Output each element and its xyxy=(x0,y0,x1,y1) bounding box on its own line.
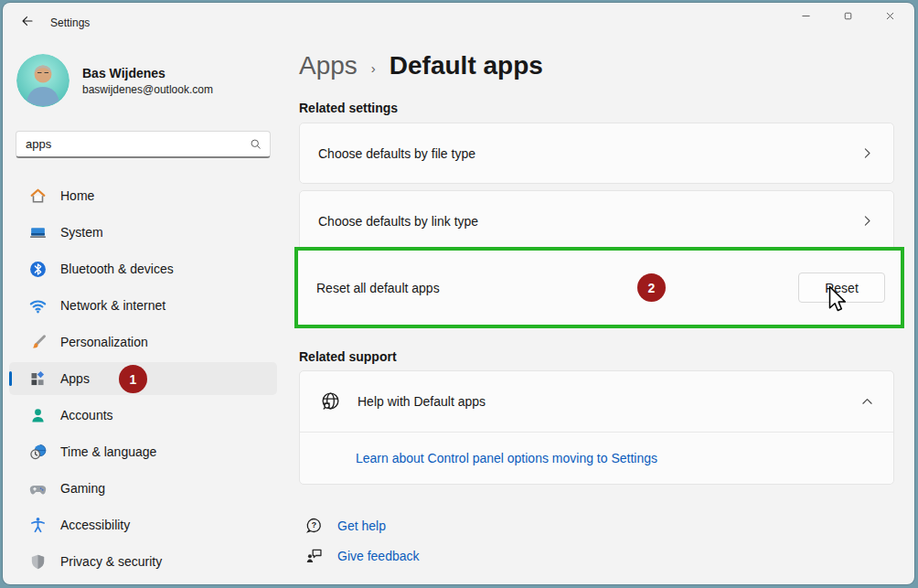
settings-window: Settings xyxy=(3,3,914,584)
help-card: Help with Default apps Learn about Contr… xyxy=(299,370,894,485)
search-input[interactable] xyxy=(26,137,249,151)
sidebar-item-label: Gaming xyxy=(60,481,105,496)
mouse-cursor xyxy=(826,285,849,315)
feedback-icon xyxy=(304,546,324,565)
related-support-heading: Related support xyxy=(299,349,397,364)
settings-card-label: Choose defaults by link type xyxy=(318,214,859,229)
back-arrow-icon xyxy=(20,14,35,32)
accounts-icon xyxy=(28,406,48,425)
sidebar-item-home[interactable]: Home xyxy=(9,179,277,212)
minimize-icon xyxy=(799,9,813,27)
breadcrumb-separator-icon: › xyxy=(371,60,376,76)
chevron-right-icon xyxy=(859,145,875,161)
window-title: Settings xyxy=(50,16,90,29)
callout-badge-2: 2 xyxy=(637,273,666,302)
sidebar-item-personalization[interactable]: Personalization xyxy=(9,326,277,358)
annotation-highlight-box: Reset all default apps Reset xyxy=(294,247,904,328)
sidebar-item-label: Apps xyxy=(60,371,90,386)
help-expander-row[interactable]: Help with Default apps xyxy=(300,371,893,433)
close-button[interactable] xyxy=(869,3,911,33)
settings-card-choose-defaults-by-file-type[interactable]: Choose defaults by file type xyxy=(299,123,894,184)
sidebar-item-label: Accessibility xyxy=(60,518,130,532)
breadcrumb: Apps › Default apps xyxy=(299,51,543,80)
settings-card-choose-defaults-by-link-type[interactable]: Choose defaults by link type xyxy=(299,190,894,251)
profile-name: Bas Wijdenes xyxy=(82,66,213,80)
minimize-button[interactable] xyxy=(785,3,827,33)
related-settings-heading: Related settings xyxy=(299,101,398,115)
personalization-icon xyxy=(28,333,48,352)
search-box[interactable] xyxy=(16,131,271,158)
chevron-up-icon xyxy=(859,394,875,410)
sidebar-item-label: Accounts xyxy=(60,408,113,422)
get-help-row: ?Get help xyxy=(304,516,386,535)
control-panel-link[interactable]: Learn about Control panel options moving… xyxy=(356,451,657,465)
sidebar-item-bluetooth-devices[interactable]: Bluetooth & devices xyxy=(9,252,277,285)
sidebar-item-label: Personalization xyxy=(60,335,148,349)
help-label: Help with Default apps xyxy=(358,394,844,409)
user-profile: Bas Wijdenes baswijdenes@outlook.com xyxy=(16,54,213,107)
back-button[interactable] xyxy=(14,10,41,35)
maximize-button[interactable] xyxy=(827,3,869,33)
bluetooth-icon xyxy=(28,260,48,279)
sidebar-item-label: Home xyxy=(60,188,94,203)
settings-card-label: Choose defaults by file type xyxy=(318,146,859,161)
system-icon xyxy=(28,223,48,242)
sidebar-item-system[interactable]: System xyxy=(9,216,277,249)
network-icon xyxy=(28,296,48,315)
give-feedback-link[interactable]: Give feedback xyxy=(337,549,420,563)
page-title: Default apps xyxy=(390,51,543,80)
maximize-icon xyxy=(841,9,855,27)
reset-row-label: Reset all default apps xyxy=(316,281,798,295)
sidebar-item-label: Network & internet xyxy=(60,298,165,313)
sidebar-item-label: Bluetooth & devices xyxy=(60,262,174,276)
sidebar-item-network-internet[interactable]: Network & internet xyxy=(9,289,277,322)
window-controls xyxy=(785,3,911,33)
callout-badge-1: 1 xyxy=(119,365,147,393)
search-icon xyxy=(249,137,262,151)
sidebar-item-label: System xyxy=(60,225,103,240)
close-icon xyxy=(883,9,897,27)
avatar xyxy=(16,54,69,107)
sidebar-item-gaming[interactable]: Gaming xyxy=(9,472,277,505)
time-icon xyxy=(28,443,48,462)
sidebar-item-label: Privacy & security xyxy=(60,554,162,569)
apps-icon xyxy=(28,369,48,389)
chevron-right-icon xyxy=(859,213,875,229)
home-icon xyxy=(28,187,48,206)
sidebar-item-accounts[interactable]: Accounts xyxy=(9,399,277,432)
help-links-row: Learn about Control panel options moving… xyxy=(300,433,893,484)
globe-search-icon xyxy=(319,390,342,413)
breadcrumb-parent[interactable]: Apps xyxy=(299,51,358,80)
gaming-icon xyxy=(28,479,48,498)
sidebar-item-accessibility[interactable]: Accessibility xyxy=(9,508,277,541)
accessibility-icon xyxy=(28,516,48,535)
sidebar-item-label: Time & language xyxy=(60,444,156,459)
sidebar-item-time-language[interactable]: Time & language xyxy=(9,435,277,468)
privacy-icon xyxy=(28,552,48,572)
svg-text:?: ? xyxy=(312,520,316,529)
sidebar-item-privacy-security[interactable]: Privacy & security xyxy=(9,545,277,578)
give-feedback-row: Give feedback xyxy=(304,546,420,565)
profile-email: baswijdenes@outlook.com xyxy=(82,83,213,96)
get-help-link[interactable]: Get help xyxy=(337,519,386,533)
reset-default-apps-row: Reset all default apps Reset xyxy=(298,251,901,325)
get-help-icon: ? xyxy=(304,516,324,535)
